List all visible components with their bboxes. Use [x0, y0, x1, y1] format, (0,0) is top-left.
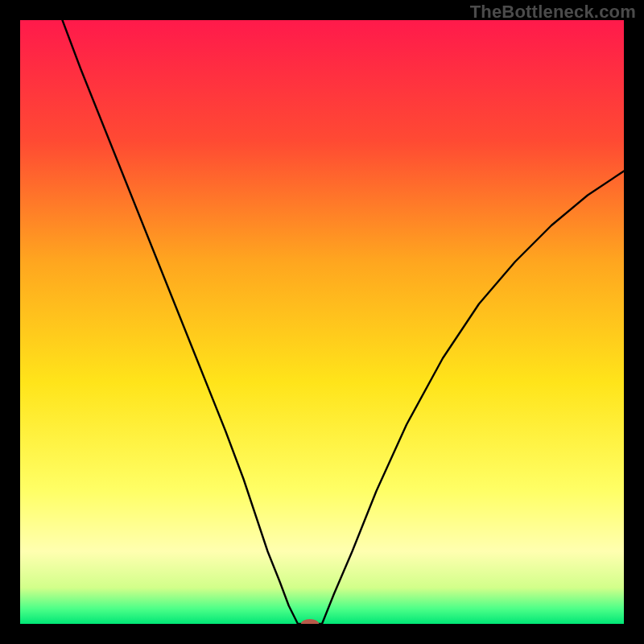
chart-frame: TheBottleneck.com	[0, 0, 644, 644]
gradient-background	[20, 20, 624, 624]
bottleneck-curve-chart	[20, 20, 624, 624]
plot-area	[20, 20, 624, 624]
